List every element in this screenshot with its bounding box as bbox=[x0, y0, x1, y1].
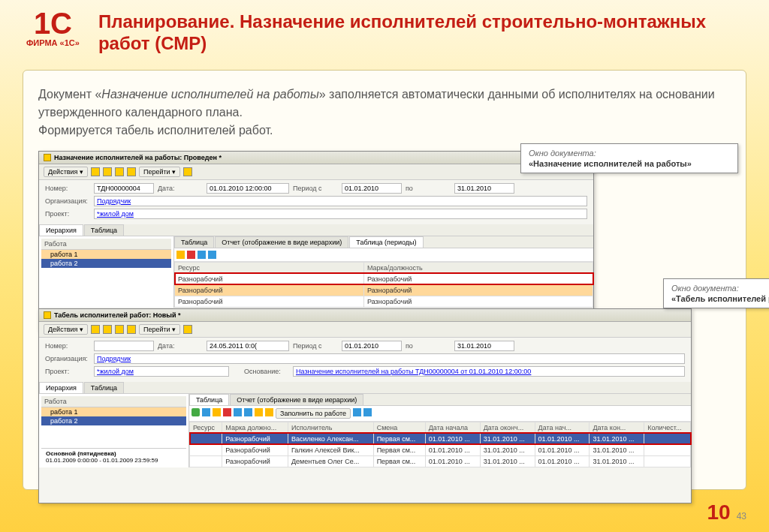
window-icon bbox=[44, 154, 51, 161]
titlebar[interactable]: Назначение исполнителей на работы: Прове… bbox=[39, 152, 593, 164]
period-label: Период с bbox=[293, 185, 338, 192]
window-title: Назначение исполнителей на работы: Прове… bbox=[54, 154, 222, 161]
tab-table[interactable]: Таблица bbox=[84, 382, 124, 393]
slide-title: Планирование. Назначение исполнителей ст… bbox=[98, 11, 746, 55]
actions-menu[interactable]: Действия ▾ bbox=[44, 167, 88, 177]
period-label: Период с bbox=[293, 342, 338, 350]
actions-menu[interactable]: Действия ▾ bbox=[44, 324, 88, 335]
toolbar-icon[interactable] bbox=[127, 167, 136, 176]
period-to-field[interactable]: 31.01.2010 bbox=[454, 341, 514, 351]
project-label: Проект: bbox=[45, 210, 90, 218]
tree-header: Работа bbox=[41, 396, 186, 407]
period-to-field[interactable]: 31.01.2010 bbox=[454, 183, 514, 194]
form-area: Номер: ТДН00000004 Дата: 01.01.2010 12:0… bbox=[39, 180, 593, 224]
to-label: по bbox=[406, 342, 451, 350]
titlebar[interactable]: Табель исполнителей работ: Новый * bbox=[39, 309, 691, 322]
grid-pane: Таблица Отчет (отображение в виде иерарх… bbox=[174, 236, 593, 308]
window-icon bbox=[44, 311, 51, 319]
callout-timesheet: Окно документа: «Табель исполнителей раб… bbox=[663, 278, 769, 308]
window-timesheet: Табель исполнителей работ: Новый * Дейст… bbox=[38, 308, 692, 503]
sort-icon[interactable] bbox=[265, 408, 273, 416]
date-field[interactable]: 01.01.2010 12:00:00 bbox=[207, 183, 289, 194]
toolbar-icon[interactable] bbox=[103, 325, 112, 334]
edit-icon[interactable] bbox=[176, 251, 185, 259]
period-from-field[interactable]: 01.01.2010 bbox=[342, 183, 402, 194]
goto-menu[interactable]: Перейти ▾ bbox=[139, 167, 180, 177]
delete-icon[interactable] bbox=[187, 251, 195, 259]
timesheet-grid: РесурсМарка должно...ИсполнительСменаДат… bbox=[189, 422, 691, 467]
number-label: Номер: bbox=[45, 185, 90, 192]
logo-label: ФИРМА «1С» bbox=[26, 38, 80, 47]
org-label: Организация: bbox=[45, 355, 90, 362]
date-field[interactable]: 24.05.2011 0:0( bbox=[207, 341, 289, 351]
date-label: Дата: bbox=[158, 185, 203, 192]
goto-menu[interactable]: Перейти ▾ bbox=[139, 324, 180, 335]
calendar-mode: Основной (пятидневка) 01.01.2009 0:00:00… bbox=[41, 448, 186, 465]
project-field[interactable]: *жилой дом bbox=[94, 209, 587, 219]
delete-icon[interactable] bbox=[223, 408, 231, 416]
number-label: Номер: bbox=[45, 342, 90, 350]
period-from-field[interactable]: 01.01.2010 bbox=[342, 341, 402, 351]
grid-toolbar: Заполнить по работе bbox=[189, 406, 691, 422]
tree-item[interactable]: работа 1 bbox=[41, 407, 186, 416]
help-icon[interactable] bbox=[183, 167, 192, 176]
down-icon[interactable] bbox=[244, 408, 252, 416]
fill-button[interactable]: Заполнить по работе bbox=[276, 408, 351, 419]
tab-table2[interactable]: Таблица bbox=[174, 236, 214, 248]
basis-label: Основание: bbox=[244, 368, 289, 375]
table-row[interactable]: РазнорабочийГалкин Алексей Вик...Первая … bbox=[190, 444, 691, 455]
date-label: Дата: bbox=[158, 342, 203, 350]
tab-table[interactable]: Таблица bbox=[84, 224, 124, 236]
number-field[interactable] bbox=[94, 341, 154, 351]
toolbar: Действия ▾ Перейти ▾ bbox=[39, 164, 593, 180]
tree-item[interactable]: работа 1 bbox=[41, 250, 171, 259]
toolbar-icon[interactable] bbox=[127, 325, 136, 334]
org-label: Организация: bbox=[45, 197, 90, 205]
tree-pane: Работа работа 1 работа 2 bbox=[39, 236, 174, 308]
org-field[interactable]: Подрядчик bbox=[94, 353, 685, 364]
sort-icon[interactable] bbox=[255, 408, 263, 416]
copy-icon[interactable] bbox=[353, 408, 361, 416]
description-1: Документ «Назначение исполнителей на раб… bbox=[38, 86, 731, 122]
toolbar-icon[interactable] bbox=[91, 167, 100, 176]
basis-field[interactable]: Назначение исполнителей на работы ТДН000… bbox=[293, 366, 685, 377]
tab-report[interactable]: Отчет (отображение в виде иерархии) bbox=[215, 236, 348, 248]
page-number: 10 43 bbox=[707, 500, 746, 524]
tree-header: Работа bbox=[41, 239, 171, 250]
toolbar-icon[interactable] bbox=[115, 325, 124, 334]
paste-icon[interactable] bbox=[363, 408, 372, 416]
org-field[interactable]: Подрядчик bbox=[94, 196, 587, 206]
edit-icon[interactable] bbox=[213, 408, 221, 416]
up-icon[interactable] bbox=[234, 408, 242, 416]
paste-icon[interactable] bbox=[208, 251, 216, 259]
toolbar: Действия ▾ Перейти ▾ bbox=[39, 322, 691, 338]
table-row[interactable]: РазнорабочийВасиленко Алексан...Первая с… bbox=[190, 433, 691, 444]
toolbar-icon[interactable] bbox=[103, 167, 112, 176]
help-icon[interactable] bbox=[183, 325, 192, 334]
toolbar-icon[interactable] bbox=[91, 325, 100, 334]
description-2: Формируется табель исполнителей работ. bbox=[38, 122, 731, 140]
project-label: Проект: bbox=[45, 368, 90, 375]
tab-periods[interactable]: Таблица (периоды) bbox=[349, 236, 423, 248]
copy-icon[interactable] bbox=[198, 251, 206, 259]
resource-grid: РесурсМарка/должность РазнорабочийРазнор… bbox=[174, 262, 593, 308]
project-field[interactable]: *жилой дом bbox=[94, 366, 229, 377]
left-tabs: Иерархия Таблица bbox=[39, 224, 593, 236]
toolbar-icon[interactable] bbox=[115, 167, 124, 176]
add-icon[interactable] bbox=[191, 408, 200, 416]
logo: 1С ФИРМА «1С» bbox=[23, 11, 83, 47]
tab-report[interactable]: Отчет (отображение в виде иерархии) bbox=[230, 394, 363, 405]
tab-hierarchy[interactable]: Иерархия bbox=[39, 224, 83, 236]
tree-item[interactable]: работа 2 bbox=[41, 259, 171, 268]
window-title: Табель исполнителей работ: Новый * bbox=[54, 311, 181, 319]
logo-icon: 1С bbox=[34, 11, 72, 35]
copy-icon[interactable] bbox=[202, 408, 210, 416]
callout-assignment: Окно документа: «Назначение исполнителей… bbox=[520, 143, 738, 173]
table-row[interactable]: РазнорабочийДементьев Олег Се...Первая с… bbox=[190, 455, 691, 467]
content-area: Документ «Назначение исполнителей на раб… bbox=[23, 70, 746, 490]
tab-table2[interactable]: Таблица bbox=[189, 394, 229, 405]
tree-item[interactable]: работа 2 bbox=[41, 416, 186, 425]
tab-hierarchy[interactable]: Иерархия bbox=[39, 382, 83, 393]
number-field[interactable]: ТДН00000004 bbox=[94, 183, 154, 194]
grid-toolbar bbox=[174, 248, 593, 262]
